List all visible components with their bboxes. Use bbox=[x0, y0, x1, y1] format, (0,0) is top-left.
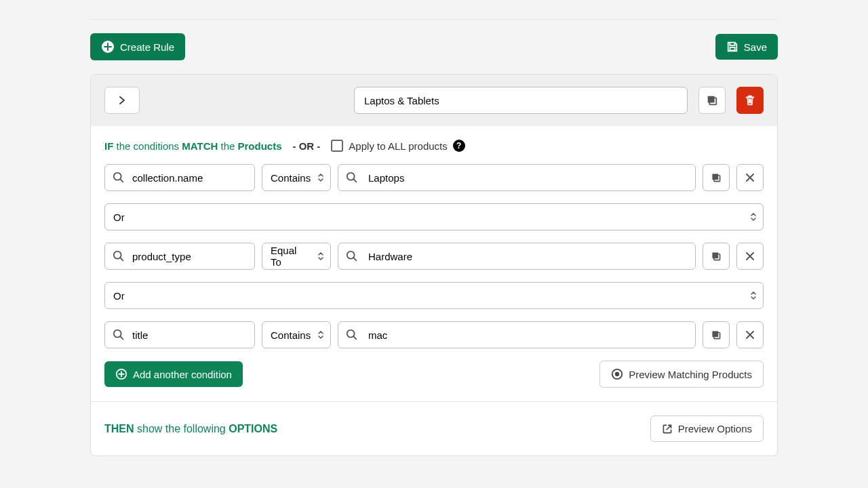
svg-rect-7 bbox=[712, 174, 718, 180]
save-button[interactable]: Save bbox=[715, 34, 778, 60]
trash-icon bbox=[744, 94, 756, 106]
apply-all-label: Apply to ALL products bbox=[349, 140, 447, 152]
delete-rule-button[interactable] bbox=[736, 87, 764, 114]
condition-operator-select[interactable]: Contains bbox=[262, 321, 331, 348]
add-condition-label: Add another condition bbox=[133, 369, 232, 380]
condition-field-input[interactable] bbox=[104, 321, 255, 348]
copy-icon bbox=[711, 172, 722, 183]
external-link-icon bbox=[662, 424, 673, 434]
rule-name-input[interactable] bbox=[354, 87, 688, 114]
preview-matching-label: Preview Matching Products bbox=[629, 369, 752, 380]
copy-icon bbox=[711, 329, 722, 340]
add-condition-button[interactable]: Add another condition bbox=[104, 361, 243, 387]
condition-operator-select[interactable]: Contains bbox=[262, 164, 331, 191]
condition-field-input[interactable] bbox=[104, 243, 255, 270]
preview-matching-button[interactable]: Preview Matching Products bbox=[599, 361, 764, 388]
chevron-right-icon bbox=[117, 96, 127, 105]
expand-toggle-button[interactable] bbox=[104, 87, 140, 114]
save-label: Save bbox=[744, 41, 767, 53]
copy-icon bbox=[706, 94, 718, 106]
copy-icon bbox=[711, 251, 722, 262]
preview-options-label: Preview Options bbox=[678, 423, 752, 434]
svg-point-18 bbox=[615, 372, 619, 376]
preview-options-button[interactable]: Preview Options bbox=[650, 415, 764, 442]
then-label: THEN show the following OPTIONS bbox=[104, 423, 277, 435]
close-icon bbox=[745, 173, 755, 182]
plus-circle-icon bbox=[115, 368, 127, 380]
condition-operator-select[interactable]: Equal To bbox=[262, 243, 331, 270]
svg-rect-3 bbox=[708, 96, 715, 103]
plus-circle-icon bbox=[101, 40, 115, 54]
connector-select[interactable]: Or bbox=[104, 203, 764, 230]
remove-condition-button[interactable] bbox=[736, 243, 764, 270]
svg-rect-11 bbox=[712, 252, 718, 258]
duplicate-rule-button[interactable] bbox=[698, 87, 726, 114]
save-icon bbox=[726, 41, 738, 53]
remove-condition-button[interactable] bbox=[736, 164, 764, 191]
condition-value-input[interactable] bbox=[338, 321, 696, 348]
remove-condition-button[interactable] bbox=[736, 321, 764, 348]
duplicate-condition-button[interactable] bbox=[703, 164, 730, 191]
apply-all-checkbox[interactable] bbox=[331, 140, 343, 152]
eye-icon bbox=[611, 368, 623, 380]
or-separator: - OR - bbox=[293, 140, 321, 152]
svg-rect-15 bbox=[712, 331, 718, 337]
svg-rect-1 bbox=[730, 47, 734, 51]
close-icon bbox=[745, 330, 755, 340]
duplicate-condition-button[interactable] bbox=[703, 321, 730, 348]
connector-select[interactable]: Or bbox=[104, 282, 764, 309]
duplicate-condition-button[interactable] bbox=[703, 243, 730, 270]
create-rule-button[interactable]: Create Rule bbox=[90, 33, 185, 60]
help-icon[interactable]: ? bbox=[453, 140, 465, 152]
condition-value-input[interactable] bbox=[338, 164, 696, 191]
if-conditions-label: IF the conditions MATCH the Products bbox=[104, 140, 282, 152]
create-rule-label: Create Rule bbox=[120, 41, 174, 53]
condition-field-input[interactable] bbox=[104, 164, 255, 191]
condition-value-input[interactable] bbox=[338, 243, 696, 270]
close-icon bbox=[745, 251, 755, 261]
